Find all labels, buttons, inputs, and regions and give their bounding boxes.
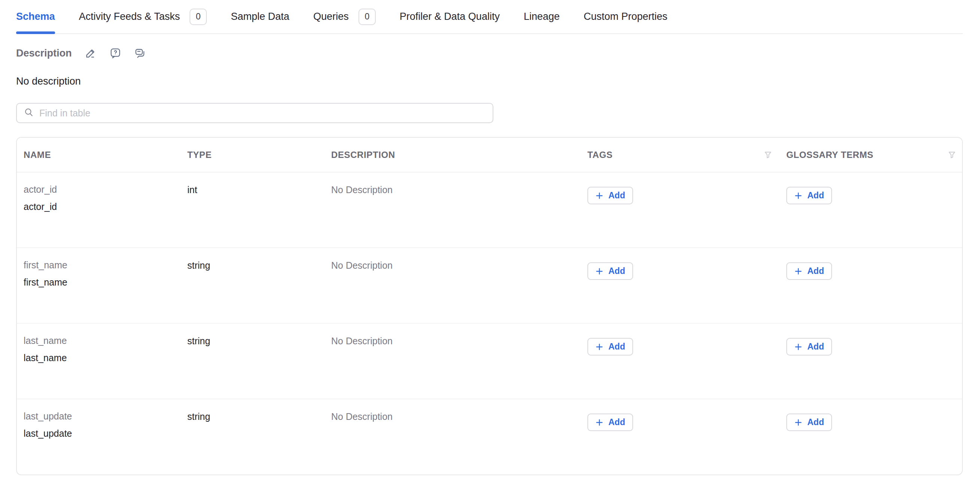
tab-lineage[interactable]: Lineage	[524, 0, 560, 33]
tab-schema-label: Schema	[16, 11, 55, 22]
table-row-last_name: last_name last_name string No Descriptio…	[17, 323, 963, 399]
tab-sample-data[interactable]: Sample Data	[231, 0, 289, 33]
tags-filter-icon[interactable]	[763, 150, 773, 160]
find-in-table-input[interactable]	[39, 108, 486, 119]
table-search-box	[16, 103, 493, 123]
edit-description-button[interactable]	[85, 47, 97, 59]
search-icon	[24, 107, 34, 119]
glossary-cell: Add	[780, 323, 963, 399]
tab-profiler-data-quality-label: Profiler & Data Quality	[400, 11, 500, 22]
no-description-text: No description	[16, 76, 963, 87]
column-header-glossary-terms: GLOSSARY TERMS	[780, 138, 963, 172]
description-cell: No Description	[325, 399, 581, 474]
tab-activity-feeds-tasks-label: Activity Feeds & Tasks	[79, 11, 180, 22]
tab-custom-properties[interactable]: Custom Properties	[584, 0, 668, 33]
tab-profiler-data-quality[interactable]: Profiler & Data Quality	[400, 0, 500, 33]
glossary-cell: Add	[780, 172, 963, 248]
name-cell: first_name first_name	[17, 248, 181, 323]
description-cell: No Description	[325, 248, 581, 323]
glossary-cell: Add	[780, 399, 963, 474]
table-row-actor_id: actor_id actor_id int No Description Add	[17, 172, 963, 248]
tab-schema[interactable]: Schema	[16, 0, 55, 33]
column-name: actor_id	[24, 184, 174, 195]
description-cell: No Description	[325, 323, 581, 399]
column-display-name: last_name	[24, 353, 174, 363]
glossary-cell: Add	[780, 248, 963, 323]
description-cell: No Description	[325, 172, 581, 248]
add-tag-button[interactable]: Add	[587, 338, 633, 355]
add-tag-button[interactable]: Add	[587, 414, 633, 431]
tab-queries-label: Queries	[313, 11, 349, 22]
description-header: Description	[16, 47, 963, 59]
plus-icon	[595, 192, 603, 200]
question-bubble-icon	[110, 47, 121, 59]
tab-custom-properties-label: Custom Properties	[584, 11, 668, 22]
type-cell: string	[181, 323, 325, 399]
name-cell: last_update last_update	[17, 399, 181, 474]
schema-page: Schema Activity Feeds & Tasks 0 Sample D…	[0, 0, 980, 475]
column-header-name: NAME	[17, 138, 181, 172]
activity-count-badge: 0	[189, 9, 207, 25]
tab-queries[interactable]: Queries 0	[313, 0, 376, 33]
queries-count-badge: 0	[358, 9, 376, 25]
plus-icon	[595, 419, 603, 427]
tab-sample-data-label: Sample Data	[231, 11, 289, 22]
column-name: first_name	[24, 260, 174, 271]
type-cell: string	[181, 248, 325, 323]
column-name: last_update	[24, 411, 174, 422]
column-header-tags: TAGS	[581, 138, 780, 172]
plus-icon	[794, 343, 802, 351]
add-glossary-term-button[interactable]: Add	[786, 262, 832, 280]
table-row-first_name: first_name first_name string No Descript…	[17, 248, 963, 323]
tags-cell: Add	[581, 248, 780, 323]
tags-cell: Add	[581, 172, 780, 248]
name-cell: actor_id actor_id	[17, 172, 181, 248]
name-cell: last_name last_name	[17, 323, 181, 399]
column-display-name: actor_id	[24, 202, 174, 212]
plus-icon	[595, 343, 603, 351]
column-header-type: TYPE	[181, 138, 325, 172]
description-title: Description	[16, 48, 72, 59]
description-conversation-button[interactable]	[134, 47, 146, 59]
add-tag-button[interactable]: Add	[587, 187, 633, 204]
request-description-button[interactable]	[110, 47, 121, 59]
column-header-description: DESCRIPTION	[325, 138, 581, 172]
entity-tab-bar: Schema Activity Feeds & Tasks 0 Sample D…	[16, 0, 963, 34]
column-display-name: first_name	[24, 277, 174, 288]
edit-icon	[85, 47, 97, 59]
schema-table: NAME TYPE DESCRIPTION TAGS	[16, 137, 963, 475]
add-glossary-term-button[interactable]: Add	[786, 187, 832, 204]
add-glossary-term-button[interactable]: Add	[786, 414, 832, 431]
type-cell: int	[181, 172, 325, 248]
plus-icon	[794, 267, 802, 275]
plus-icon	[595, 267, 603, 275]
plus-icon	[794, 419, 802, 427]
tab-lineage-label: Lineage	[524, 11, 560, 22]
column-name: last_name	[24, 336, 174, 346]
tab-activity-feeds-tasks[interactable]: Activity Feeds & Tasks 0	[79, 0, 207, 33]
column-display-name: last_update	[24, 428, 174, 439]
tags-cell: Add	[581, 323, 780, 399]
glossary-filter-icon[interactable]	[947, 150, 957, 160]
add-glossary-term-button[interactable]: Add	[786, 338, 832, 355]
tags-cell: Add	[581, 399, 780, 474]
comments-icon	[134, 47, 146, 59]
table-header-row: NAME TYPE DESCRIPTION TAGS	[17, 138, 963, 172]
type-cell: string	[181, 399, 325, 474]
add-tag-button[interactable]: Add	[587, 262, 633, 280]
table-row-last_update: last_update last_update string No Descri…	[17, 399, 963, 474]
plus-icon	[794, 192, 802, 200]
